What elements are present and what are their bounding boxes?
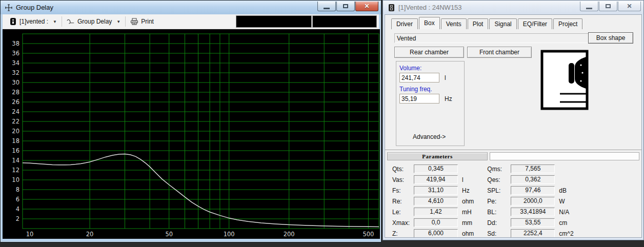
graph-type-label: Group Delay bbox=[77, 18, 112, 25]
graph-type-dropdown[interactable]: Group Delay ▼ bbox=[64, 16, 124, 27]
group-delay-titlebar[interactable]: Group Delay ✕ bbox=[1, 1, 381, 14]
param-label-re: Re: bbox=[392, 198, 414, 205]
svg-text:2: 2 bbox=[16, 215, 19, 222]
minimize-icon bbox=[324, 8, 330, 9]
param-row: Qts:0,345 bbox=[392, 164, 474, 173]
param-label-fs: Fs: bbox=[392, 187, 414, 194]
tab-bar: DriverBoxVentsPlotSignalEQ/FilterProject bbox=[391, 17, 583, 29]
project-window: [1]Vented : 24NW153 ✕ DriverBoxVentsPlot… bbox=[383, 0, 644, 240]
print-button[interactable]: Print bbox=[127, 16, 157, 27]
svg-text:8: 8 bbox=[16, 186, 19, 193]
param-row: Fs:31,10Hz bbox=[392, 186, 474, 195]
param-unit-vas: l bbox=[462, 176, 464, 183]
svg-text:36: 36 bbox=[12, 50, 19, 57]
param-value-bl: 33,41894 bbox=[511, 208, 555, 216]
svg-text:20: 20 bbox=[86, 231, 94, 238]
chevron-down-icon: ▼ bbox=[116, 19, 120, 24]
tab-signal[interactable]: Signal bbox=[489, 18, 516, 29]
param-label-qts: Qts: bbox=[392, 166, 414, 173]
param-label-dd: Dd: bbox=[487, 219, 511, 227]
svg-text:32: 32 bbox=[12, 69, 19, 76]
param-value-dd: 53,55 bbox=[511, 218, 555, 227]
param-row: Qes:0,362 bbox=[487, 175, 573, 184]
desktop: Group Delay ✕ [1]vented : ▼ bbox=[0, 0, 644, 247]
project-window-content: DriverBoxVentsPlotSignalEQ/FilterProject… bbox=[385, 14, 642, 238]
minimize-button[interactable] bbox=[580, 2, 598, 11]
param-value-fs: 31,10 bbox=[414, 186, 458, 195]
svg-text:14: 14 bbox=[12, 157, 19, 164]
driver-selector-label: [1]vented : bbox=[19, 18, 48, 25]
close-button[interactable]: ✕ bbox=[618, 2, 641, 11]
group-delay-chart[interactable]: 2468101214161820222426283032343638102050… bbox=[3, 29, 379, 239]
close-icon: ✕ bbox=[364, 3, 369, 9]
tab-project[interactable]: Project bbox=[553, 18, 582, 29]
cursor-readout-value bbox=[312, 15, 377, 28]
param-value-le: 1,42 bbox=[414, 208, 458, 216]
svg-text:38: 38 bbox=[12, 40, 19, 47]
curve-icon bbox=[67, 17, 75, 26]
window-title: Group Delay bbox=[16, 4, 317, 11]
volume-input[interactable] bbox=[399, 73, 439, 83]
param-row: Pe:2000,0W bbox=[487, 197, 573, 205]
restore-icon bbox=[606, 4, 611, 8]
param-unit-xmax: mm bbox=[462, 219, 472, 227]
tab-box[interactable]: Box bbox=[419, 17, 440, 29]
minimize-button[interactable] bbox=[317, 2, 336, 11]
param-unit-fs: Hz bbox=[462, 187, 470, 194]
svg-text:18: 18 bbox=[12, 137, 19, 145]
group-delay-window: Group Delay ✕ [1]vented : ▼ bbox=[0, 0, 381, 242]
box-shape-button[interactable]: Box shape bbox=[588, 32, 633, 44]
volume-label: Volume: bbox=[399, 65, 464, 72]
param-value-vas: 419,94 bbox=[414, 175, 458, 184]
advanced-link[interactable]: Advanced-> bbox=[413, 133, 446, 140]
param-value-sd: 2252,4 bbox=[511, 229, 555, 238]
tab-eq-filter[interactable]: EQ/Filter bbox=[518, 18, 552, 29]
param-unit-re: ohm bbox=[462, 198, 474, 205]
front-chamber-button[interactable]: Front chamber bbox=[467, 47, 532, 58]
tab-plot[interactable]: Plot bbox=[468, 18, 489, 29]
param-row: Sd:2252,4cm^2 bbox=[487, 229, 573, 238]
close-button[interactable]: ✕ bbox=[355, 2, 378, 11]
svg-text:500: 500 bbox=[363, 231, 374, 238]
project-titlebar[interactable]: [1]Vented : 24NW153 ✕ bbox=[383, 1, 643, 14]
rear-chamber-button[interactable]: Rear chamber bbox=[394, 47, 464, 58]
param-value-re: 4,610 bbox=[414, 197, 458, 205]
svg-text:26: 26 bbox=[12, 98, 19, 106]
svg-text:12: 12 bbox=[12, 167, 19, 174]
svg-text:34: 34 bbox=[12, 59, 19, 67]
param-label-bl: BL: bbox=[487, 209, 511, 216]
param-value-spl: 97,46 bbox=[511, 186, 555, 195]
minimize-icon bbox=[586, 8, 592, 9]
driver-selector-dropdown[interactable]: [1]vented : ▼ bbox=[6, 16, 60, 27]
param-row: Vas:419,94l bbox=[392, 175, 474, 184]
restore-button[interactable] bbox=[336, 2, 355, 11]
group-delay-plot[interactable]: 2468101214161820222426283032343638102050… bbox=[3, 29, 380, 239]
param-unit-sd: cm^2 bbox=[559, 230, 573, 237]
restore-button[interactable] bbox=[599, 2, 617, 11]
param-unit-spl: dB bbox=[559, 187, 567, 194]
section-divider bbox=[385, 150, 641, 151]
param-value-z: 6,000 bbox=[414, 229, 458, 238]
chevron-down-icon: ▼ bbox=[53, 19, 57, 24]
svg-text:22: 22 bbox=[12, 118, 19, 125]
param-row: Re:4,610ohm bbox=[392, 197, 474, 205]
tuning-freq-input[interactable] bbox=[399, 94, 439, 104]
param-label-vas: Vas: bbox=[392, 176, 414, 183]
tab-driver[interactable]: Driver bbox=[391, 18, 418, 29]
param-value-xmax: 0,0 bbox=[414, 218, 458, 227]
restore-icon bbox=[343, 4, 348, 8]
param-label-pe: Pe: bbox=[487, 198, 511, 205]
svg-text:50: 50 bbox=[165, 231, 173, 238]
param-label-qes: Qes: bbox=[487, 176, 511, 183]
param-value-qms: 7,565 bbox=[511, 164, 555, 173]
param-label-le: Le: bbox=[392, 209, 414, 216]
svg-text:100: 100 bbox=[224, 231, 235, 238]
tab-vents[interactable]: Vents bbox=[441, 18, 467, 29]
svg-text:10: 10 bbox=[12, 176, 19, 183]
plot-crosshair-icon bbox=[5, 4, 13, 12]
param-unit-pe: W bbox=[559, 198, 565, 205]
driver-icon bbox=[9, 17, 17, 26]
param-value-qts: 0,345 bbox=[414, 164, 458, 173]
svg-text:4: 4 bbox=[16, 205, 19, 213]
parameters-header[interactable]: Parameters bbox=[387, 152, 488, 160]
